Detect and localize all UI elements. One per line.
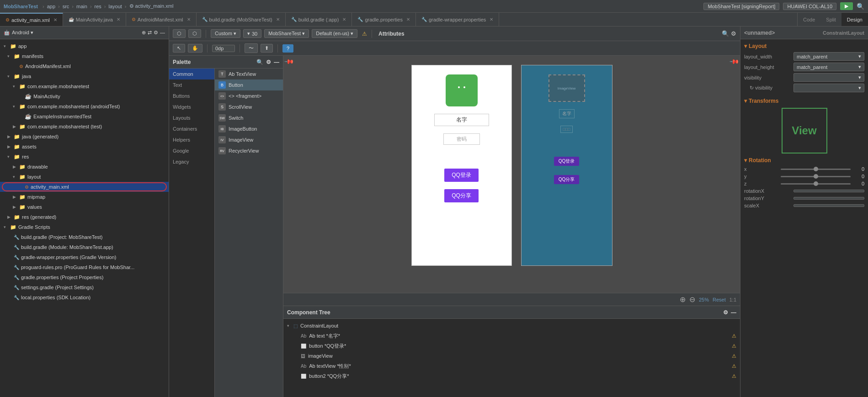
qq-share-btn[interactable]: QQ分享 <box>444 189 479 202</box>
tree-item-package-androidtest[interactable]: ▾ 📁 com.example.mobsharetest (androidTes… <box>0 101 169 111</box>
pin-left-icon[interactable]: 📌 <box>284 56 294 66</box>
palette-item-textview[interactable]: T Ab TextView <box>215 69 283 79</box>
palette-item-imageview[interactable]: IV ImageView <box>215 134 283 145</box>
view-mode-code[interactable]: Code <box>798 13 820 26</box>
comp-tree-collapse-icon[interactable]: — <box>731 309 736 316</box>
view-mode-split[interactable]: Split <box>820 13 841 26</box>
pin-right-icon[interactable]: 📌 <box>729 56 740 66</box>
palette-item-fragment[interactable]: <> <> <fragment> <box>215 90 283 101</box>
comp-tree-settings-icon[interactable]: ⚙ <box>723 309 728 316</box>
run-config-btn[interactable]: MobShareTest [signingReport] <box>703 3 779 10</box>
tree-item-res[interactable]: ▾ 📁 res <box>0 152 169 162</box>
layout-width-dropdown[interactable]: match_parent ▾ <box>793 52 864 61</box>
custom-btn[interactable]: Custom ▾ <box>211 29 240 38</box>
tab-close-gradle-properties[interactable]: ✕ <box>406 17 410 22</box>
tree-item-build-gradle-app[interactable]: 🔧 build.gradle (Module: MobShareTest.app… <box>0 242 169 252</box>
rotation-y-slider[interactable] <box>781 176 851 177</box>
tree-item-package-main[interactable]: ▾ 📁 com.example.mobsharetest <box>0 81 169 91</box>
tree-item-layout[interactable]: ▾ 📁 layout <box>0 172 169 182</box>
settings-icon[interactable]: ⚙ <box>154 30 158 36</box>
tree-item-manifests[interactable]: ▾ 📁 manifests <box>0 51 169 61</box>
collapse-icon[interactable]: — <box>160 30 165 36</box>
help-btn[interactable]: ? <box>282 44 293 53</box>
tab-build-gradle-project[interactable]: 🔧 build.gradle (MobShareTest) ✕ <box>197 13 286 26</box>
tab-close-gradle-wrapper[interactable]: ✕ <box>490 17 493 22</box>
rotation-z-slider[interactable] <box>781 183 851 185</box>
scaleX-field-value[interactable] <box>793 204 864 207</box>
tree-item-gradle-wrapper-props[interactable]: 🔧 gradle-wrapper.properties (Gradle Vers… <box>0 252 169 262</box>
tree-item-mainactivity[interactable]: ☕ MainActivity <box>0 91 169 101</box>
palette-item-switch[interactable]: SW Switch <box>215 112 283 123</box>
zoom-icon[interactable]: ⊕ <box>680 295 686 304</box>
cat-containers[interactable]: Containers <box>169 123 214 134</box>
sync-icon[interactable]: ⇄ <box>148 30 152 36</box>
comp-item-imageview[interactable]: 🖼 imageView ⚠ <box>283 351 740 361</box>
palette-collapse-icon[interactable]: — <box>274 59 279 65</box>
tree-item-local-properties[interactable]: 🔧 local.properties (SDK Location) <box>0 292 169 302</box>
comp-item-button2[interactable]: ⬜ button2 *QQ分享* ⚠ <box>283 371 740 381</box>
tree-item-assets[interactable]: ▶ 📁 assets <box>0 142 169 152</box>
comp-item-textview[interactable]: Ab Ab textView *性别* ⚠ <box>283 361 740 371</box>
tree-item-res-generated[interactable]: ▶ 📁 res (generated) <box>0 212 169 222</box>
visibility-dropdown[interactable]: ▾ <box>793 73 864 82</box>
pan-btn[interactable]: ✋ <box>188 44 202 53</box>
preview-qq-login-btn[interactable]: QQ登录 <box>554 157 580 166</box>
run-button[interactable]: ▶ <box>840 2 853 10</box>
cat-layouts[interactable]: Layouts <box>169 112 214 123</box>
tree-item-values[interactable]: ▶ 📁 values <box>0 202 169 212</box>
zoom-minus-icon[interactable]: ⊖ <box>689 295 695 304</box>
tree-item-package-test[interactable]: ▶ 📁 com.example.mobsharetest (test) <box>0 122 169 132</box>
device-select-btn[interactable]: HUAWEI COL-AL10 <box>783 3 836 10</box>
device-btn[interactable]: MobShareTest ▾ <box>264 29 309 38</box>
locale-btn[interactable]: Default (en-us) ▾ <box>312 29 357 38</box>
qq-login-btn[interactable]: QQ登录 <box>444 169 479 182</box>
rotation-x-slider[interactable] <box>781 169 851 170</box>
tab-close-androidmanifest[interactable]: ✕ <box>187 17 191 22</box>
tab-gradle-wrapper[interactable]: 🔧 gradle-wrapper.properties ✕ <box>416 13 499 26</box>
tree-item-java[interactable]: ▾ 📁 java <box>0 71 169 81</box>
visibility2-dropdown[interactable]: ▾ <box>793 84 864 92</box>
tab-build-gradle-app[interactable]: 🔧 build.gradle (:app) ✕ <box>286 13 352 26</box>
zoom-percent[interactable]: 25% <box>699 297 709 302</box>
cat-widgets[interactable]: Widgets <box>169 101 214 112</box>
view-mode-design[interactable]: Design <box>841 13 868 26</box>
search-icon[interactable]: 🔍 <box>857 3 864 10</box>
cat-google[interactable]: Google <box>169 145 214 156</box>
curve-btn[interactable]: 〜 <box>245 43 258 53</box>
layout-height-dropdown[interactable]: match_parent ▾ <box>793 63 864 71</box>
tree-item-app[interactable]: ▾ 📁 app <box>0 41 169 51</box>
preview-qq-share-btn[interactable]: QQ分享 <box>554 175 580 184</box>
palette-item-imagebutton[interactable]: IB ImageButton <box>215 123 283 134</box>
palette-item-scrollview[interactable]: S ScrollView <box>215 101 283 112</box>
tab-close-activity-main[interactable]: ✕ <box>53 17 57 22</box>
cat-helpers[interactable]: Helpers <box>169 134 214 145</box>
tree-item-mipmap[interactable]: ▶ 📁 mipmap <box>0 192 169 202</box>
tree-item-androidmanifest[interactable]: ⚙ AndroidManifest.xml <box>0 61 169 71</box>
select-btn[interactable]: ↖ <box>173 44 185 53</box>
tab-activity-main[interactable]: ⚙ activity_main.xml ✕ <box>0 13 63 26</box>
zoom-btn[interactable]: ▾ 30 <box>243 29 261 38</box>
comp-item-constraint-layout[interactable]: ▾ ⬚ ConstraintLayout <box>283 321 740 331</box>
rotationX-field-value[interactable] <box>793 197 864 200</box>
tree-item-gradle-properties[interactable]: 🔧 gradle.properties (Project Properties) <box>0 272 169 282</box>
tree-item-build-gradle-project[interactable]: 🔧 build.gradle (Project: MobShareTest) <box>0 232 169 242</box>
tab-gradle-properties[interactable]: 🔧 gradle.properties ✕ <box>352 13 416 26</box>
cat-buttons[interactable]: Buttons <box>169 90 214 101</box>
tree-item-java-generated[interactable]: ▶ 📁 java (generated) <box>0 132 169 142</box>
rotation-field-value[interactable] <box>793 190 864 192</box>
tree-item-settings-gradle[interactable]: 🔧 settings.gradle (Project Settings) <box>0 282 169 292</box>
tab-close-build-gradle-app[interactable]: ✕ <box>342 17 346 22</box>
attr-settings-icon[interactable]: ⚙ <box>731 30 736 37</box>
palette-search-icon[interactable]: 🔍 <box>256 59 263 65</box>
tab-close-mainactivity[interactable]: ✕ <box>117 17 120 22</box>
comp-item-text[interactable]: Ab Ab text *名字* ⚠ <box>283 331 740 341</box>
tree-item-exampletest[interactable]: ☕ ExampleInstrumentedTest <box>0 111 169 122</box>
reset-btn[interactable]: Reset <box>713 297 726 302</box>
attr-search-icon[interactable]: 🔍 <box>722 30 729 37</box>
tree-item-gradle-scripts[interactable]: ▾ 📁 Gradle Scripts <box>0 222 169 232</box>
tree-item-proguard[interactable]: 🔧 proguard-rules.pro (ProGuard Rules for… <box>0 262 169 272</box>
tab-close-build-gradle-project[interactable]: ✕ <box>276 17 280 22</box>
comp-item-button[interactable]: ⬜ button *QQ登录* ⚠ <box>283 341 740 351</box>
dp-input[interactable] <box>212 45 235 52</box>
cat-text[interactable]: Text <box>169 79 214 90</box>
